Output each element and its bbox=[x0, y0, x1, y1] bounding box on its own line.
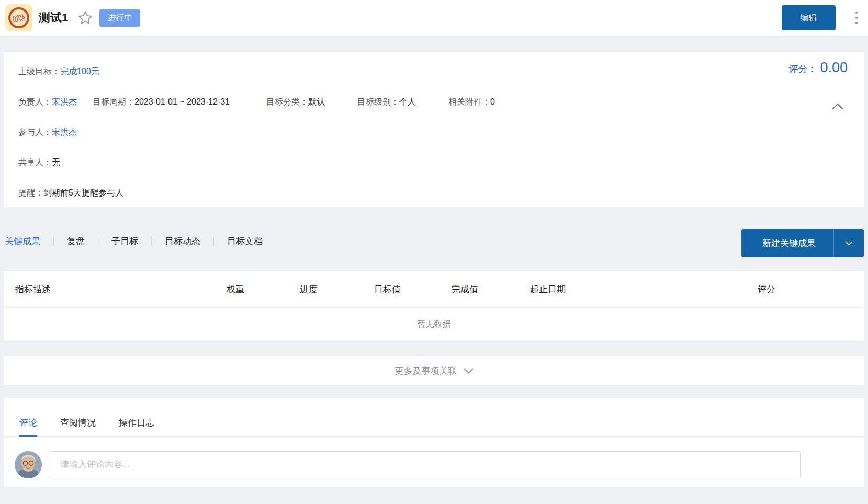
parent-goal-link[interactable]: 完成100元 bbox=[60, 66, 99, 77]
progress-percent-label: 0% bbox=[13, 12, 26, 23]
reminder-value: 到期前5天提醒参与人 bbox=[43, 188, 123, 199]
status-badge: 进行中 bbox=[99, 9, 140, 27]
participants-label: 参与人： bbox=[18, 127, 52, 138]
tab-goal-activity[interactable]: 目标动态 bbox=[152, 235, 213, 247]
reminder-label: 提醒： bbox=[18, 188, 43, 199]
category-label: 目标分类： bbox=[266, 97, 308, 108]
column-header-weight: 权重 bbox=[227, 283, 300, 295]
level-label: 目标级别： bbox=[357, 97, 399, 108]
shared-label: 共享人： bbox=[18, 157, 52, 168]
level-value: 个人 bbox=[399, 97, 416, 108]
more-associations-bar[interactable]: 更多及事项关联 bbox=[4, 356, 864, 385]
table-header-row: 指标描述 权重 进度 目标值 完成值 起止日期 评分 bbox=[4, 271, 864, 307]
tab-key-results[interactable]: 关键成果 bbox=[4, 235, 53, 247]
column-header-dates: 起止日期 bbox=[530, 283, 758, 295]
collapse-chevron-up-icon[interactable] bbox=[830, 100, 846, 114]
tab-sub-goals[interactable]: 子目标 bbox=[98, 235, 151, 247]
create-key-result-button[interactable]: 新建关键成果 bbox=[741, 229, 864, 257]
expand-chevron-down-icon bbox=[464, 368, 474, 374]
tab-operation-log[interactable]: 操作日志 bbox=[119, 417, 154, 436]
column-header-score: 评分 bbox=[758, 283, 864, 295]
tab-review[interactable]: 复盘 bbox=[54, 235, 98, 247]
tab-goal-docs[interactable]: 目标文档 bbox=[214, 235, 276, 247]
empty-state-text: 暂无数据 bbox=[4, 307, 864, 340]
comment-input[interactable] bbox=[50, 451, 801, 478]
category-value: 默认 bbox=[308, 97, 325, 108]
column-header-target: 目标值 bbox=[374, 283, 452, 295]
tab-comments[interactable]: 评论 bbox=[19, 417, 37, 436]
shared-row: 共享人： 无 bbox=[18, 154, 864, 171]
progress-ring-icon: 0% bbox=[8, 7, 29, 28]
page-title: 测试1 bbox=[39, 10, 68, 26]
owner-label: 负责人： bbox=[18, 97, 52, 108]
shared-value: 无 bbox=[52, 157, 60, 168]
parent-goal-label: 上级目标： bbox=[18, 66, 60, 77]
column-header-progress: 进度 bbox=[300, 283, 374, 295]
reminder-row: 提醒： 到期前5天提醒参与人 bbox=[18, 184, 864, 202]
parent-goal-row: 上级目标： 完成100元 bbox=[18, 63, 864, 81]
tab-read-status[interactable]: 查阅情况 bbox=[60, 417, 96, 436]
goal-meta-row: 负责人： 宋洪杰 目标周期： 2023-01-01 ~ 2023-12-31 目… bbox=[18, 93, 864, 111]
score-label: 评分： bbox=[788, 63, 817, 75]
attachments-count: 0 bbox=[490, 97, 495, 107]
edit-button[interactable]: 编辑 bbox=[782, 5, 836, 30]
goal-overview-card: 上级目标： 完成100元 负责人： 宋洪杰 目标周期： 2023-01-01 ~… bbox=[4, 52, 864, 207]
period-label: 目标周期： bbox=[93, 97, 134, 108]
attachments-label: 相关附件： bbox=[448, 97, 490, 108]
column-header-completed: 完成值 bbox=[452, 283, 530, 295]
participant-link[interactable]: 宋洪杰 bbox=[52, 127, 77, 138]
participants-row: 参与人： 宋洪杰 bbox=[18, 123, 864, 141]
key-results-table: 指标描述 权重 进度 目标值 完成值 起止日期 评分 暂无数据 bbox=[4, 271, 864, 340]
column-header-description: 指标描述 bbox=[4, 283, 227, 295]
owner-link[interactable]: 宋洪杰 bbox=[52, 97, 77, 108]
score-box: 评分： 0.00 bbox=[788, 60, 848, 76]
create-key-result-label[interactable]: 新建关键成果 bbox=[741, 229, 833, 257]
score-value: 0.00 bbox=[820, 60, 848, 76]
top-bar: 0% 测试1 进行中 编辑 bbox=[0, 0, 868, 36]
comments-tabs: 评论 查阅情况 操作日志 bbox=[4, 398, 864, 437]
more-associations-label[interactable]: 更多及事项关联 bbox=[395, 365, 457, 377]
user-avatar bbox=[15, 451, 42, 478]
comment-compose-row bbox=[4, 437, 864, 478]
create-dropdown-chevron-icon[interactable] bbox=[833, 229, 864, 257]
goal-progress-icon: 0% bbox=[5, 4, 32, 31]
more-actions-icon[interactable] bbox=[852, 9, 861, 26]
section-tabs-toolbar: 关键成果 复盘 子目标 目标动态 目标文档 新建关键成果 bbox=[4, 225, 864, 257]
period-value: 2023-01-01 ~ 2023-12-31 bbox=[134, 97, 230, 107]
favorite-star-icon[interactable] bbox=[77, 10, 93, 26]
comments-section: 评论 查阅情况 操作日志 bbox=[4, 398, 864, 487]
